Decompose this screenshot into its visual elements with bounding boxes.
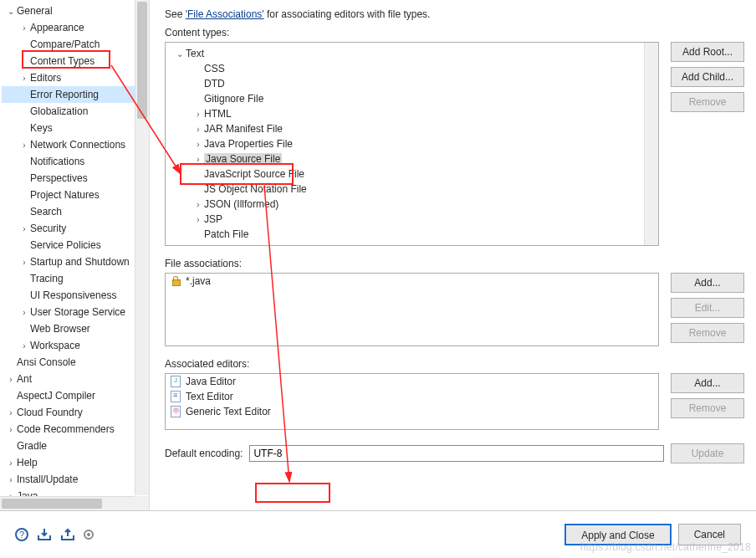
chevron-right-icon[interactable]: › [5,425,17,434]
sidebar-item-compare-patch[interactable]: Compare/Patch [2,36,149,53]
chevron-right-icon[interactable]: › [18,224,30,233]
sidebar-item-help[interactable]: ›Help [2,454,149,471]
content-type-item-html[interactable]: ›HTML [169,106,655,121]
chevron-right-icon[interactable]: › [192,140,204,149]
sidebar-item-label: Keys [30,122,53,134]
content-type-item-css[interactable]: CSS [169,61,655,76]
lock-icon [171,276,181,286]
chevron-right-icon[interactable]: › [5,475,17,484]
sidebar-item-service-policies[interactable]: Service Policies [2,237,149,253]
chevron-down-icon[interactable]: ⌄ [5,7,17,16]
content-type-item-text[interactable]: ⌄Text [169,46,655,61]
sidebar-item-cloud-foundry[interactable]: ›Cloud Foundry [2,404,149,421]
chevron-right-icon[interactable]: › [192,200,204,209]
content-type-item-json-illformed-[interactable]: ›JSON (Illformed) [169,197,655,212]
sidebar-item-install-update[interactable]: ›Install/Update [2,471,149,488]
add-editor-button[interactable]: Add... [671,373,744,393]
sidebar-item-general[interactable]: ⌄General [2,3,149,19]
chevron-right-icon[interactable]: › [5,458,17,468]
sidebar-item-keys[interactable]: Keys [2,120,149,136]
chevron-right-icon[interactable]: › [192,155,204,164]
import-icon[interactable] [37,527,52,542]
sidebar-item-project-natures[interactable]: Project Natures [2,187,149,203]
sidebar-item-error-reporting[interactable]: Error Reporting [2,86,149,103]
content-type-item-javascript-source-file[interactable]: JavaScript Source File [169,166,655,182]
help-icons: ? [15,527,94,542]
content-type-item-java-source-file[interactable]: ›Java Source File [169,151,655,166]
edit-association-button[interactable]: Edit... [671,298,744,318]
sidebar-item-search[interactable]: Search [2,203,149,220]
sidebar-item-gradle[interactable]: Gradle [2,438,149,454]
sidebar-vscrollbar[interactable] [135,0,149,495]
export-icon[interactable] [60,527,75,542]
sidebar-hscrollbar[interactable] [0,496,135,510]
content-type-label: Patch File [204,228,248,240]
content-type-item-jsp[interactable]: ›JSP [169,212,655,227]
add-root-button[interactable]: Add Root... [671,42,744,62]
chevron-right-icon[interactable]: › [18,308,30,317]
chevron-right-icon[interactable]: › [18,341,30,351]
help-icon[interactable]: ? [15,528,28,541]
file-association-label: *.java [186,275,211,287]
sidebar-item-label: General [17,5,53,17]
editor-file-icon [171,376,181,387]
content-types-scrollbar[interactable] [644,43,658,245]
update-encoding-button[interactable]: Update [671,443,744,463]
sidebar-item-label: Project Natures [30,189,100,201]
sidebar-item-ansi-console[interactable]: Ansi Console [2,354,149,371]
remove-content-type-button[interactable]: Remove [671,92,744,112]
content-type-item-java-properties-file[interactable]: ›Java Properties File [169,136,655,151]
sidebar-item-web-browser[interactable]: Web Browser [2,320,149,337]
content-type-item-gitignore-file[interactable]: Gitignore File [169,91,655,106]
oomph-icon[interactable] [84,530,94,540]
chevron-right-icon[interactable]: › [18,23,30,33]
associated-editor-item[interactable]: Generic Text Editor [166,404,658,419]
sidebar-item-network-connections[interactable]: ›Network Connections [2,136,149,153]
chevron-right-icon[interactable]: › [18,74,30,83]
content-type-item-patch-file[interactable]: Patch File [169,227,655,242]
sidebar-item-aspectj-compiler[interactable]: AspectJ Compiler [2,387,149,404]
chevron-down-icon[interactable]: ⌄ [174,49,186,59]
remove-association-button[interactable]: Remove [671,323,744,343]
associated-editor-item[interactable]: Java Editor [166,374,658,389]
content-type-item-dtd[interactable]: DTD [169,76,655,91]
sidebar-item-editors[interactable]: ›Editors [2,69,149,86]
content-types-tree[interactable]: ⌄TextCSSDTDGitignore File›HTML›JAR Manif… [165,42,659,246]
chevron-right-icon[interactable]: › [192,215,204,224]
add-association-button[interactable]: Add... [671,273,744,293]
sidebar-item-workspace[interactable]: ›Workspace [2,337,149,354]
sidebar-item-label: AspectJ Compiler [17,390,95,402]
content-type-item-jar-manifest-file[interactable]: ›JAR Manifest File [169,121,655,136]
sidebar-item-perspectives[interactable]: Perspectives [2,170,149,187]
chevron-right-icon[interactable]: › [5,375,17,384]
remove-editor-button[interactable]: Remove [671,398,744,418]
sidebar-item-appearance[interactable]: ›Appearance [2,19,149,36]
chevron-right-icon[interactable]: › [192,110,204,119]
sidebar-item-label: Compare/Patch [30,38,100,50]
sidebar-item-content-types[interactable]: Content Types [2,53,149,69]
sidebar-item-security[interactable]: ›Security [2,220,149,237]
chevron-right-icon[interactable]: › [18,258,30,267]
file-associations-link[interactable]: 'File Associations' [186,8,264,20]
sidebar-item-user-storage-service[interactable]: ›User Storage Service [2,304,149,320]
content-type-item-js-object-notation-file[interactable]: JS Object Notation File [169,182,655,197]
file-association-item[interactable]: *.java [166,274,658,289]
sidebar-item-tracing[interactable]: Tracing [2,270,149,287]
associated-editors-list[interactable]: Java EditorText EditorGeneric Text Edito… [165,373,659,430]
associated-editor-item[interactable]: Text Editor [166,389,658,404]
chevron-right-icon[interactable]: › [18,141,30,150]
sidebar-item-startup-and-shutdown[interactable]: ›Startup and Shutdown [2,253,149,270]
chevron-right-icon[interactable]: › [192,125,204,134]
sidebar-item-ui-responsiveness[interactable]: UI Responsiveness [2,287,149,304]
sidebar-item-label: Code Recommenders [17,423,115,435]
chevron-right-icon[interactable]: › [5,408,17,417]
file-associations-list[interactable]: *.java [165,273,659,346]
default-encoding-input[interactable] [249,445,664,462]
sidebar-item-code-recommenders[interactable]: ›Code Recommenders [2,421,149,438]
add-child-button[interactable]: Add Child... [671,67,744,87]
sidebar-item-ant[interactable]: ›Ant [2,371,149,387]
sidebar-item-label: Ant [17,373,32,385]
file-associations-label: File associations: [165,258,744,269]
sidebar-item-notifications[interactable]: Notifications [2,153,149,170]
sidebar-item-globalization[interactable]: Globalization [2,103,149,120]
